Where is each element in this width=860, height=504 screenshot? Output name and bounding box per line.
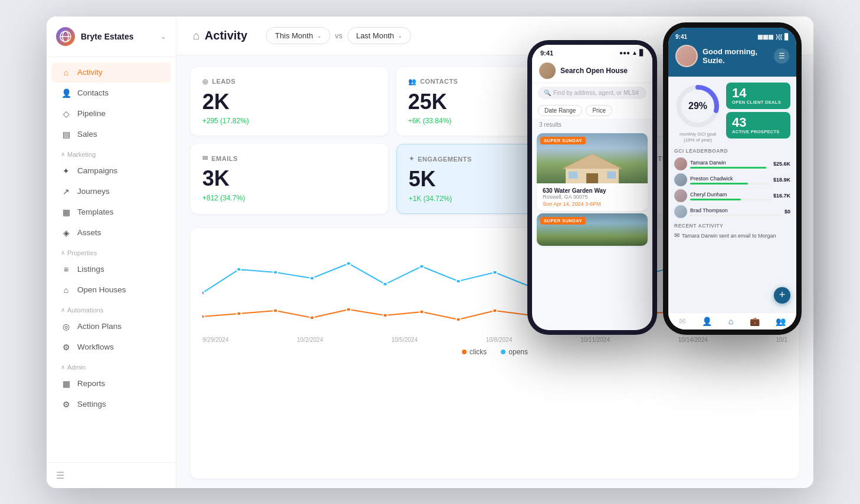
last-month-filter[interactable]: Last Month ⌄ [347,27,411,44]
journeys-icon: ↗ [61,187,71,196]
sidebar-item-settings-label: Settings [77,400,106,409]
recent-activity-item: ✉ Tamara Darwin sent an email to Morgan [674,232,790,239]
leader-4-info: Brad Thompson [690,207,782,216]
sidebar-item-campaigns[interactable]: ✦ Campaigns [51,161,171,181]
sales-icon: ▤ [61,130,71,139]
leader-row-3: Cheryl Dunham $16.7K [674,189,790,202]
sidebar-item-assets-label: Assets [77,228,101,237]
opens-legend-label: opens [508,348,528,356]
fab-button[interactable]: + [774,287,790,304]
sidebar-item-action-plans-label: Action Plans [77,322,122,331]
phone-left-filters: Date Range Price [532,103,652,118]
leader-2-bar [690,183,748,185]
x-label-1: 9/29/2024 [202,337,229,343]
leader-1-avatar [674,157,687,170]
svg-rect-41 [607,172,616,179]
svg-marker-37 [563,154,622,169]
sidebar-item-sales[interactable]: ▤ Sales [51,124,171,144]
x-label-6: 10/14/2024 [678,337,708,343]
svg-point-23 [310,316,314,319]
sidebar-item-templates[interactable]: ▦ Templates [51,202,171,222]
emails-value: 3K [202,167,376,190]
leader-4-name: Brad Thompson [690,207,782,213]
filter2-chevron-icon: ⌄ [398,32,402,39]
svg-point-24 [346,308,350,311]
crm-time: 9:41 [675,34,687,40]
nav-home-icon[interactable]: ⌂ [728,317,733,326]
opens-legend: opens [501,348,528,356]
crm-user-avatar [675,45,698,67]
date-range-filter[interactable]: Date Range [538,105,582,116]
nav-team-icon[interactable]: 👥 [776,317,786,326]
svg-rect-40 [569,172,577,179]
sidebar-item-reports[interactable]: ▦ Reports [51,374,171,394]
nav-briefcase-icon[interactable]: 💼 [750,317,760,326]
property-card-1[interactable]: SUPER SUNDAY 630 Water Garden Way Roswel [537,133,648,211]
contacts-icon: 👤 [61,88,71,98]
sidebar-item-listings[interactable]: ≡ Listings [51,259,171,279]
leader-2-name: Preston Chadwick [690,176,770,182]
sidebar-item-settings[interactable]: ⚙ Settings [51,394,171,414]
workflows-icon: ⚙ [61,342,71,352]
crm-menu-icon[interactable]: ☰ [774,48,789,64]
results-count: 3 results [532,118,652,131]
x-label-3: 10/5/2024 [391,337,418,343]
crm-status-icons: ▦▦▦ ⟩(( ▊ [757,34,789,40]
sidebar-brand[interactable]: Bryte Estates ⌄ [47,17,176,57]
progress-circle-container: 29% monthly GCI goal (19% of year) [674,83,721,144]
leader-3-amount: $16.7K [773,193,790,199]
progress-circle: 29% [674,83,721,130]
sidebar-bottom: ☰ [47,462,176,488]
svg-point-3 [202,291,205,295]
phone-right-screen: 9:41 ▦▦▦ ⟩(( ▊ Good morning, Suzie. ☰ [668,28,796,330]
sidebar-item-open-houses[interactable]: ⌂ Open Houses [51,280,171,300]
clicks-legend: clicks [462,348,487,356]
property-card-2[interactable]: SUPER SUNDAY [537,213,648,246]
svg-point-25 [383,314,387,317]
collapse-icon[interactable]: ☰ [56,470,64,480]
sidebar-item-workflows[interactable]: ⚙ Workflows [51,337,171,357]
reports-icon: ▦ [61,379,71,388]
open-deals-card: 14 OPEN CLIENT DEALS [726,83,790,109]
leader-4-amount: $0 [784,209,790,215]
leader-3-info: Cheryl Dunham [690,192,770,200]
leaderboard-title: GCI LEADERBOARD [674,148,790,154]
leads-label: ◎ LEADS [202,78,376,85]
svg-point-8 [383,282,387,286]
nav-person-icon[interactable]: 👤 [702,317,712,326]
svg-point-27 [456,318,460,321]
leaderboard: GCI LEADERBOARD Tamara Darwin $25.6K [674,148,790,218]
sidebar-item-contacts[interactable]: 👤 Contacts [51,83,171,103]
leader-4-bar [690,215,691,216]
brand-logo [56,27,75,46]
phone-left-time: 9:41 [540,50,553,57]
sidebar-item-action-plans[interactable]: ◎ Action Plans [51,317,171,337]
leader-3-avatar [674,189,687,202]
settings-icon: ⚙ [61,400,71,409]
clicks-legend-dot [462,350,467,354]
leader-4-avatar [674,205,687,218]
sidebar-item-activity[interactable]: ⌂ Activity [51,62,171,83]
sidebar-item-journeys[interactable]: ↗ Journeys [51,182,171,202]
automations-section-label: Automations [47,301,176,316]
phones-container: 9:41 ●●● ▲ ▊ Search Open House 🔍 [527,17,802,329]
nav-envelope-icon[interactable]: ✉ [679,317,686,326]
leader-2-amount: $18.9K [773,177,790,183]
leader-1-name: Tamara Darwin [690,160,770,166]
svg-rect-39 [586,173,598,183]
super-sunday-badge-2: SUPER SUNDAY [540,217,586,225]
leader-2-avatar [674,173,687,186]
svg-point-22 [273,309,277,312]
email-activity-icon: ✉ [674,232,680,239]
progress-label: monthly GCI goal (19% of year) [680,131,716,144]
brand-name: Bryte Estates [81,32,155,41]
emails-label: ✉ EMAILS [202,154,376,162]
sidebar: Bryte Estates ⌄ ⌂ Activity 👤 Contacts ◇ … [47,17,176,488]
price-filter[interactable]: Price [586,105,612,116]
sidebar-item-pipeline[interactable]: ◇ Pipeline [51,104,171,124]
phone-left-search[interactable]: 🔍 Find by address, agent, or MLS# [538,87,646,99]
leads-icon: ◎ [202,78,209,85]
leader-3-bar [690,199,741,200]
this-month-filter[interactable]: This Month ⌄ [266,27,330,44]
sidebar-item-assets[interactable]: ◈ Assets [51,223,171,243]
